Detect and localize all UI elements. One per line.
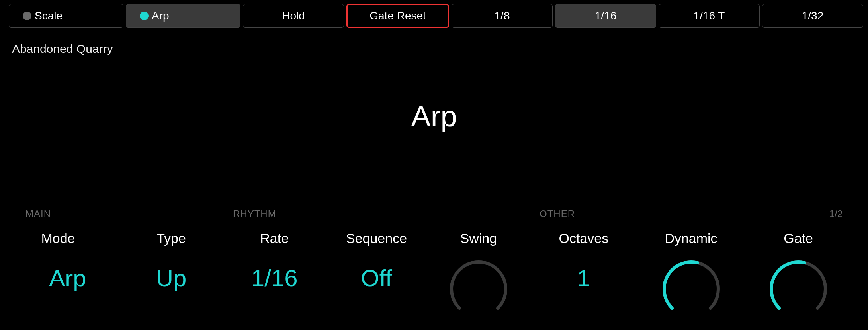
scale-toggle-label: Scale — [35, 10, 63, 22]
top-toolbar: Scale Arp Hold Gate Reset 1/8 1/16 1/16 … — [0, 0, 868, 32]
hold-button[interactable]: Hold — [243, 4, 344, 28]
rate-1-16-button[interactable]: 1/16 — [555, 4, 656, 28]
arp-indicator-icon — [140, 12, 149, 20]
param-swing-label: Swing — [460, 231, 497, 246]
rate-1-16t-button[interactable]: 1/16 T — [659, 4, 760, 28]
gate-reset-button-label: Gate Reset — [369, 10, 426, 22]
gate-knob-icon — [766, 257, 830, 321]
param-octaves-value: 1 — [577, 264, 590, 292]
param-type[interactable]: Type Up — [119, 231, 223, 318]
param-octaves[interactable]: Octaves 1 — [530, 231, 637, 318]
param-rate[interactable]: Rate 1/16 — [223, 231, 325, 318]
param-gate-label: Gate — [784, 231, 813, 246]
swing-knob-icon — [447, 257, 510, 321]
arp-toggle-label: Arp — [152, 10, 169, 22]
group-main-title: MAIN — [25, 208, 51, 219]
dynamic-knob-icon — [659, 257, 723, 321]
rate-1-32-button[interactable]: 1/32 — [762, 4, 863, 28]
param-dynamic-label: Dynamic — [665, 231, 717, 246]
param-sequence-label: Sequence — [346, 231, 407, 246]
param-dynamic[interactable]: Dynamic — [637, 231, 745, 318]
param-type-label: Type — [156, 231, 186, 246]
rate-1-8-label: 1/8 — [495, 10, 510, 22]
group-rhythm-title: RHYTHM — [233, 208, 276, 219]
param-mode-value: Arp — [49, 264, 86, 292]
param-mode[interactable]: Mode Arp — [16, 231, 119, 318]
param-mode-label: Mode — [41, 231, 75, 246]
parameter-panel: MAIN Mode Arp Type Up RHYTHM Rate 1/16 S… — [0, 199, 868, 330]
param-type-value: Up — [156, 264, 187, 292]
group-other-title: OTHER — [540, 208, 575, 219]
param-sequence[interactable]: Sequence Off — [325, 231, 427, 318]
group-rhythm: RHYTHM Rate 1/16 Sequence Off Swing — [223, 199, 530, 318]
param-swing[interactable]: Swing — [428, 231, 530, 318]
scale-indicator-icon — [23, 12, 31, 20]
group-main: MAIN Mode Arp Type Up — [16, 199, 223, 318]
preset-name: Abandoned Quarry — [0, 32, 868, 56]
param-rate-value: 1/16 — [251, 264, 298, 292]
param-octaves-label: Octaves — [559, 231, 608, 246]
scale-toggle[interactable]: Scale — [9, 4, 123, 28]
rate-1-16t-label: 1/16 T — [694, 10, 725, 22]
page-indicator: 1/2 — [829, 208, 843, 219]
section-title: Arp — [0, 99, 868, 133]
hold-button-label: Hold — [282, 10, 305, 22]
rate-1-8-button[interactable]: 1/8 — [452, 4, 553, 28]
param-sequence-value: Off — [361, 264, 392, 292]
group-other: OTHER 1/2 Octaves 1 Dynamic Gate — [530, 199, 852, 318]
gate-reset-button[interactable]: Gate Reset — [346, 4, 449, 28]
rate-1-16-label: 1/16 — [595, 10, 617, 22]
arp-toggle[interactable]: Arp — [126, 4, 240, 28]
param-rate-label: Rate — [260, 231, 289, 246]
param-gate[interactable]: Gate — [745, 231, 852, 318]
rate-1-32-label: 1/32 — [802, 10, 824, 22]
